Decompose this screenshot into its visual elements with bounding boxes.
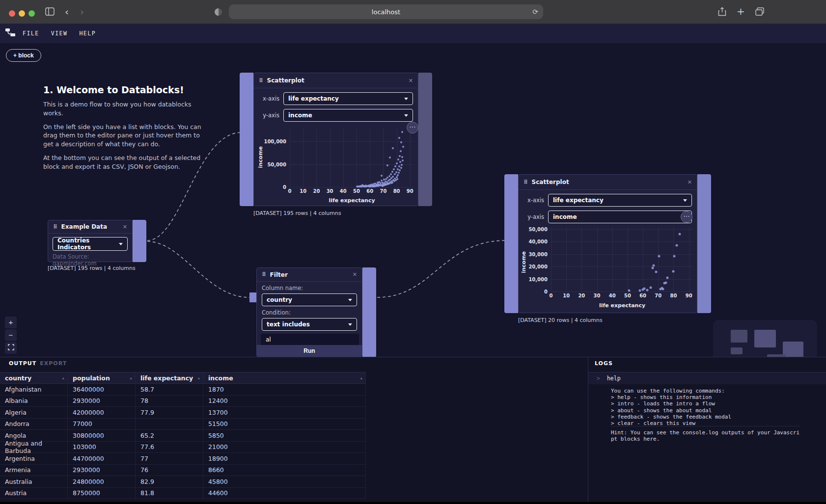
table-cell: Albania — [0, 396, 68, 407]
data-point — [398, 137, 400, 139]
sort-ascending-icon[interactable]: ▴ — [130, 375, 132, 380]
column-header-income[interactable]: income▴ — [203, 372, 366, 383]
x-axis-select[interactable]: life expectancy — [548, 194, 692, 207]
x-tick-label: 50 — [624, 293, 631, 298]
scatterplot1-output-port[interactable] — [418, 73, 432, 206]
data-point — [392, 176, 394, 178]
refresh-icon[interactable]: ⟳ — [532, 8, 538, 16]
filter-output-port[interactable] — [362, 267, 376, 357]
data-point — [652, 267, 654, 269]
sort-ascending-icon[interactable]: ▴ — [360, 375, 362, 380]
run-button[interactable]: Run — [257, 345, 362, 357]
new-tab-button[interactable]: + — [737, 6, 745, 16]
data-point — [628, 289, 631, 292]
privacy-shield-icon[interactable] — [215, 8, 222, 16]
column-header-label: country — [5, 374, 31, 382]
table-cell: 21000 — [203, 442, 366, 453]
forward-button[interactable]: › — [80, 7, 84, 17]
y-axis-select[interactable]: income — [283, 109, 413, 122]
tab-output[interactable]: OUTPUT — [9, 360, 36, 367]
column-name-label: Column name: — [257, 285, 362, 292]
table-row: Australia2480000082.945800 — [0, 476, 366, 488]
dataset-select[interactable]: Countries Indicators — [53, 237, 128, 251]
drag-handle-icon[interactable]: ⠿ — [53, 224, 57, 230]
flow-canvas[interactable]: + block 1. Welcome to Datablocks! This i… — [0, 43, 826, 357]
sort-ascending-icon[interactable]: ▴ — [197, 375, 200, 380]
log-line: > intro - loads the intro a flow — [611, 400, 807, 407]
table-cell: 65.2 — [136, 430, 203, 441]
column-header-population[interactable]: population▴ — [68, 372, 136, 383]
drag-handle-icon[interactable]: ⠿ — [259, 78, 263, 84]
condition-select[interactable]: text includes — [262, 318, 357, 331]
tab-export[interactable]: EXPORT — [40, 360, 67, 367]
share-icon[interactable] — [718, 7, 726, 18]
more-options-button[interactable]: ⋯ — [407, 122, 418, 133]
close-button[interactable]: ✕ — [409, 78, 413, 84]
table-row: Andorra7700051500 — [0, 419, 366, 430]
scatterplot2-input-port[interactable] — [504, 174, 518, 313]
data-point — [399, 161, 401, 163]
data-point — [392, 147, 394, 149]
table-cell: 42000000 — [68, 407, 136, 418]
gridline — [551, 229, 693, 230]
table-cell: 76 — [136, 465, 203, 476]
filter-query-input[interactable] — [261, 334, 359, 345]
more-options-button[interactable]: ⋯ — [681, 211, 692, 223]
column-header-country[interactable]: country▴ — [0, 372, 68, 383]
sort-ascending-icon[interactable]: ▴ — [62, 375, 64, 380]
data-point — [664, 281, 667, 284]
zoom-in-button[interactable]: + — [5, 317, 17, 328]
close-button[interactable]: ✕ — [688, 179, 692, 186]
y-tick-label: 0 — [283, 185, 286, 190]
address-bar[interactable]: localhost ⟳ — [229, 4, 543, 19]
data-point — [675, 244, 678, 247]
close-button[interactable]: ✕ — [123, 224, 127, 230]
gridline — [628, 227, 628, 292]
x-axis-row: x-axis life expectancy — [254, 92, 418, 105]
table-cell: 81.8 — [136, 488, 203, 499]
gridline — [290, 187, 414, 187]
x-axis-select[interactable]: life expectancy — [283, 92, 413, 105]
scatterplot2-output-port[interactable] — [697, 174, 711, 313]
y-tick-label: 50,000 — [528, 227, 548, 232]
tab-overview-icon[interactable] — [755, 7, 764, 17]
data-point — [672, 270, 675, 272]
fit-view-button[interactable] — [5, 342, 17, 354]
menu-view[interactable]: VIEW — [51, 30, 68, 37]
scatterplot1-input-port[interactable] — [240, 73, 253, 206]
minimize-window-button[interactable] — [19, 10, 25, 17]
close-button[interactable]: ✕ — [353, 271, 357, 278]
sidebar-icon[interactable] — [45, 7, 55, 17]
menu-help[interactable]: HELP — [79, 30, 96, 37]
scatterplot1-title: Scatterplot — [267, 77, 304, 84]
x-tick-label: 70 — [655, 293, 661, 298]
gridline — [643, 227, 643, 292]
column-select[interactable]: country — [262, 293, 357, 306]
exampledata-block[interactable]: ⠿ Example Data ✕ Countries Indicators Da… — [48, 220, 133, 262]
zoom-window-button[interactable] — [28, 10, 35, 17]
gridline — [673, 227, 674, 292]
x-tick-label: 10 — [563, 293, 570, 298]
connection-exampledata-filter — [147, 241, 249, 297]
data-point — [400, 141, 402, 143]
add-block-button[interactable]: + block — [6, 49, 41, 62]
drag-handle-icon[interactable]: ⠿ — [262, 271, 266, 278]
window-edge — [0, 502, 826, 504]
y-axis-select[interactable]: income — [548, 211, 692, 223]
table-cell: 44600 — [203, 488, 366, 499]
x-tick-label: 20 — [578, 293, 585, 298]
menu-file[interactable]: FILE — [23, 30, 39, 37]
column-header-life-expectancy[interactable]: life expectancy▴ — [136, 372, 203, 383]
close-window-button[interactable] — [9, 10, 15, 17]
filter-block[interactable]: ⠿ Filter ✕ Column name: country Conditio… — [256, 267, 362, 357]
zoom-out-button[interactable]: − — [5, 329, 17, 341]
exampledata-title: Example Data — [61, 223, 107, 230]
table-cell: 77 — [136, 453, 203, 464]
chevron-down-icon — [404, 114, 408, 117]
y-tick-label: 10,000 — [528, 276, 548, 282]
drag-handle-icon[interactable]: ⠿ — [523, 179, 528, 186]
back-button[interactable]: ‹ — [65, 7, 69, 17]
y-tick-label: 50,000 — [267, 161, 286, 167]
exampledata-output-port[interactable] — [133, 220, 146, 262]
column-header-label: income — [208, 374, 233, 382]
